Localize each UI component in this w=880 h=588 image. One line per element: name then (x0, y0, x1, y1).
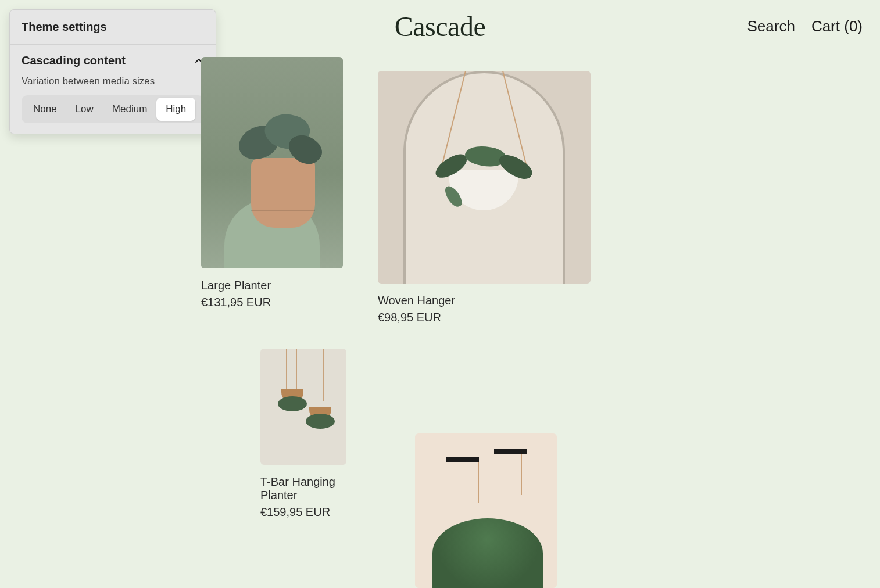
product-card[interactable] (415, 433, 557, 588)
variation-option-high[interactable]: High (156, 98, 195, 121)
header-actions: Search Cart (0) (747, 0, 863, 52)
cascading-content-section: Cascading content Variation between medi… (10, 45, 216, 134)
product-card[interactable]: T-Bar Hanging Planter €159,95 EUR (260, 349, 346, 519)
theme-settings-title: Theme settings (10, 10, 216, 45)
product-price: €131,95 EUR (201, 296, 343, 309)
search-link[interactable]: Search (747, 17, 795, 35)
variation-segmented-control: None Low Medium High (22, 95, 204, 123)
product-image (260, 349, 346, 465)
section-title: Cascading content (22, 54, 126, 67)
product-card[interactable]: Large Planter €131,95 EUR (201, 57, 343, 309)
product-title: Large Planter (201, 279, 343, 292)
product-price: €98,95 EUR (378, 311, 591, 324)
section-subtitle: Variation between media sizes (22, 76, 204, 87)
product-title: T-Bar Hanging Planter (260, 475, 346, 502)
variation-option-medium[interactable]: Medium (103, 98, 156, 121)
variation-option-none[interactable]: None (24, 98, 66, 121)
product-title: Woven Hanger (378, 294, 591, 307)
product-card[interactable]: Woven Hanger €98,95 EUR (378, 71, 591, 324)
variation-option-low[interactable]: Low (66, 98, 103, 121)
cart-link[interactable]: Cart (0) (811, 17, 863, 35)
product-image (201, 57, 343, 268)
product-image (378, 71, 591, 284)
section-toggle[interactable]: Cascading content (22, 54, 204, 67)
theme-settings-panel: Theme settings Cascading content Variati… (9, 9, 216, 134)
brand-logo[interactable]: Cascade (395, 10, 485, 42)
product-image (415, 433, 557, 588)
product-price: €159,95 EUR (260, 505, 346, 519)
